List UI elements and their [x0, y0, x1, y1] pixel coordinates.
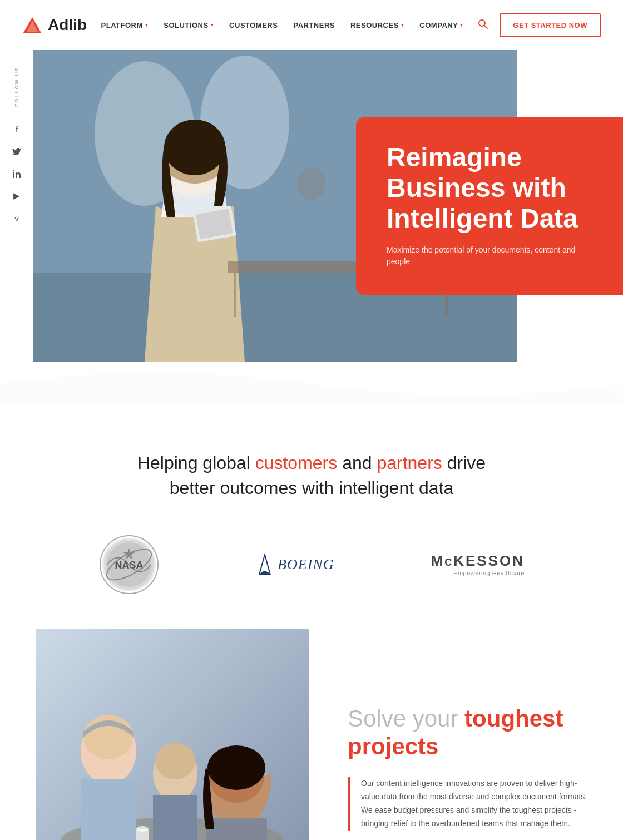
- svg-rect-17: [234, 273, 236, 317]
- adlib-logo-icon: [22, 15, 42, 35]
- meeting-image-svg: [36, 629, 309, 840]
- svg-rect-32: [81, 779, 136, 840]
- svg-rect-35: [153, 795, 197, 840]
- svg-point-42: [136, 826, 149, 832]
- nav-customers[interactable]: CUSTOMERS: [229, 21, 278, 29]
- nav-solutions[interactable]: SOLUTIONS ▾: [164, 21, 214, 29]
- customers-link[interactable]: customers: [255, 453, 338, 473]
- svg-rect-38: [206, 818, 267, 840]
- svg-point-11: [164, 120, 225, 175]
- search-icon[interactable]: [477, 18, 488, 32]
- youtube-icon[interactable]: ▶: [9, 188, 24, 204]
- social-sidebar: FOLLOW US f ▶ v: [0, 50, 33, 362]
- facebook-icon[interactable]: f: [9, 121, 24, 137]
- mckesson-logo: MCKESSON Empowering Healthcare: [431, 552, 524, 576]
- customers-section: Helping global customers and partners dr…: [0, 406, 623, 629]
- solve-description-container: Our content intelligence innovations are…: [348, 777, 590, 830]
- hero-card: Reimagine Business with Intelligent Data…: [356, 117, 623, 295]
- header-actions: GET STARTED NOW: [477, 13, 601, 37]
- dropdown-arrow: ▾: [401, 22, 404, 28]
- svg-line-3: [484, 25, 488, 28]
- vimeo-icon[interactable]: v: [9, 210, 24, 226]
- nasa-logo-svg: NASA: [98, 534, 160, 595]
- get-started-button[interactable]: GET STARTED NOW: [500, 13, 601, 37]
- header: Adlib PLATFORM ▾ SOLUTIONS ▾ CUSTOMERS P…: [0, 0, 623, 50]
- svg-point-14: [298, 167, 325, 200]
- solve-content: Solve your toughest projects Our content…: [309, 629, 623, 840]
- hero-subtitle: Maximize the potential of your documents…: [387, 244, 595, 268]
- boeing-icon: [256, 554, 273, 576]
- nav-resources[interactable]: RESOURCES ▾: [350, 21, 404, 29]
- solve-title: Solve your toughest projects: [348, 705, 590, 761]
- customers-headline: Helping global customers and partners dr…: [117, 451, 506, 501]
- nav-platform[interactable]: PLATFORM ▾: [101, 21, 149, 29]
- hero-section: FOLLOW US f ▶ v: [0, 50, 623, 362]
- logo[interactable]: Adlib: [22, 15, 87, 35]
- mckesson-text: MCKESSON: [431, 552, 524, 570]
- main-nav: PLATFORM ▾ SOLUTIONS ▾ CUSTOMERS PARTNER…: [101, 21, 463, 29]
- dropdown-arrow: ▾: [211, 22, 214, 28]
- solve-section: Solve your toughest projects Our content…: [0, 629, 623, 840]
- solve-section-image: [36, 629, 309, 840]
- dropdown-arrow: ▾: [460, 22, 463, 28]
- svg-point-5: [13, 170, 14, 171]
- nasa-logo: NASA: [98, 534, 160, 595]
- svg-point-36: [155, 743, 195, 779]
- linkedin-icon[interactable]: [9, 166, 24, 181]
- boeing-text: BOEING: [278, 556, 334, 573]
- nav-partners[interactable]: PARTNERS: [293, 21, 335, 29]
- solve-description: Our content intelligence innovations are…: [361, 777, 590, 830]
- boeing-logo: BOEING: [256, 554, 334, 576]
- nav-company[interactable]: COMPANY ▾: [419, 21, 463, 29]
- partners-link[interactable]: partners: [377, 453, 442, 473]
- partner-logos-row: NASA BOEING: [61, 534, 562, 595]
- twitter-icon[interactable]: [9, 144, 24, 159]
- follow-us-label: FOLLOW US: [14, 67, 19, 107]
- mckesson-subtext: Empowering Healthcare: [431, 570, 524, 576]
- dropdown-arrow: ▾: [145, 22, 149, 28]
- svg-point-40: [207, 745, 265, 790]
- svg-rect-4: [13, 172, 14, 178]
- hero-title: Reimagine Business with Intelligent Data: [387, 142, 595, 234]
- logo-text: Adlib: [48, 16, 87, 34]
